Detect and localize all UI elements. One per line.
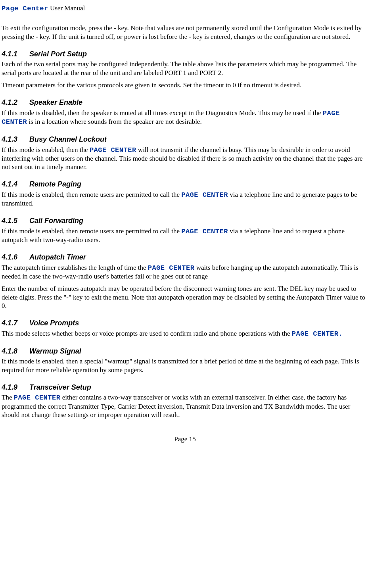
p-411-1: Each of the two serial ports may be conf… <box>2 60 368 77</box>
p-415-1a: If this mode is enabled, then remote use… <box>2 227 181 235</box>
page-center-inline: PAGE CENTER <box>181 228 228 235</box>
secnum-417: 4.1.7 <box>2 319 29 328</box>
page-center-inline: PAGE CENTER <box>148 264 195 272</box>
p-416-1a: The autopatch timer establishes the leng… <box>2 264 148 271</box>
heading-414: 4.1.4Remote Paging <box>2 180 368 189</box>
p-417-1a: This mode selects whether beeps or voice… <box>2 330 292 337</box>
heading-417: 4.1.7Voice Prompts <box>2 319 368 328</box>
title-412: Speaker Enable <box>29 98 82 106</box>
title-411: Serial Port Setup <box>29 50 87 58</box>
page-center-inline: PAGE CENTER <box>90 146 136 154</box>
p-419-1a: The <box>2 394 14 401</box>
intro-text-1d: key is entered, changes to the configura… <box>191 33 350 40</box>
p-418-1: If this mode is enabled, then a special … <box>2 357 368 374</box>
secnum-414: 4.1.4 <box>2 180 29 189</box>
brand-name: Page Center <box>2 5 48 12</box>
heading-412: 4.1.2Speaker Enable <box>2 98 368 107</box>
intro-text-1a: To exit the configuration mode, press th… <box>2 24 114 32</box>
heading-415: 4.1.5Call Forwarding <box>2 216 368 225</box>
secnum-413: 4.1.3 <box>2 135 29 144</box>
p-414-1a: If this mode is enabled, then remote use… <box>2 191 181 198</box>
title-419: Transceiver Setup <box>29 383 91 391</box>
title-417: Voice Prompts <box>29 319 79 327</box>
p-413-1: If this mode is enabled, then the PAGE C… <box>2 146 368 171</box>
heading-413: 4.1.3Busy Channel Lockout <box>2 135 368 144</box>
p-412-1: If this mode is disabled, then the speak… <box>2 109 368 127</box>
p-416-1: The autopatch timer establishes the leng… <box>2 263 368 281</box>
secnum-419: 4.1.9 <box>2 383 29 392</box>
secnum-412: 4.1.2 <box>2 98 29 107</box>
page-number: Page 15 <box>174 435 196 443</box>
p-413-1a: If this mode is enabled, then the <box>2 146 90 154</box>
heading-416: 4.1.6Autopatch Timer <box>2 253 368 262</box>
page-center-inline: PAGE CENTER <box>14 394 61 402</box>
page-center-inline: PAGE CENTER. <box>292 330 343 338</box>
page-center-inline: PAGE CENTER <box>181 191 228 199</box>
title-418: Warmup Signal <box>29 347 81 355</box>
p-414-1: If this mode is enabled, then remote use… <box>2 190 368 208</box>
heading-411: 4.1.1Serial Port Setup <box>2 50 368 59</box>
secnum-416: 4.1.6 <box>2 253 29 262</box>
title-415: Call Forwarding <box>29 217 83 225</box>
title-416: Autopatch Timer <box>29 253 86 261</box>
heading-418: 4.1.8Warmup Signal <box>2 347 368 356</box>
secnum-415: 4.1.5 <box>2 216 29 225</box>
secnum-418: 4.1.8 <box>2 347 29 356</box>
p-416-2: Enter the number of minutes autopatch ma… <box>2 284 368 310</box>
p-412-1b: is in a location where sounds from the s… <box>27 118 201 125</box>
p-415-1: If this mode is enabled, then remote use… <box>2 227 368 244</box>
title-413: Busy Channel Lockout <box>29 135 107 143</box>
secnum-411: 4.1.1 <box>2 50 29 59</box>
p-419-1: The PAGE CENTER either contains a two-wa… <box>2 393 368 419</box>
title-414: Remote Paging <box>29 180 81 188</box>
p-417-1: This mode selects whether beeps or voice… <box>2 329 368 338</box>
header-suffix: User Manual <box>48 4 85 12</box>
intro-text-1c: key. If the unit is turned off, or power… <box>38 33 189 40</box>
p-412-1a: If this mode is disabled, then the speak… <box>2 109 323 117</box>
intro-paragraph: To exit the configuration mode, press th… <box>2 24 368 41</box>
p-411-2: Timeout parameters for the various proto… <box>2 81 368 89</box>
page-footer: Page 15 <box>2 435 368 443</box>
page-header: Page Center User Manual <box>2 4 368 13</box>
heading-419: 4.1.9Transceiver Setup <box>2 383 368 392</box>
